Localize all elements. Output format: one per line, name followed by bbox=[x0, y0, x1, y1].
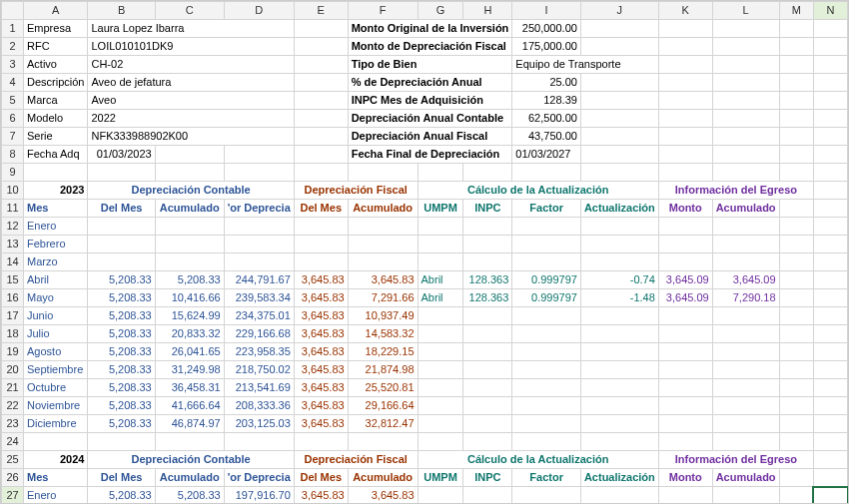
cell-C13[interactable] bbox=[155, 236, 224, 253]
cell-I15[interactable]: 0.999797 bbox=[512, 271, 581, 289]
cell-B14[interactable] bbox=[88, 253, 155, 271]
cell-F22[interactable]: 29,166.64 bbox=[348, 397, 418, 415]
cell-M14[interactable] bbox=[779, 253, 813, 271]
row-16[interactable]: 16Mayo5,208.3310,416.66239,583.343,645.8… bbox=[2, 289, 848, 307]
cell-D22[interactable]: 208,333.36 bbox=[224, 397, 294, 415]
cell-L27[interactable] bbox=[712, 487, 779, 505]
cell-I14[interactable] bbox=[512, 253, 581, 271]
cell-N20[interactable] bbox=[813, 361, 847, 379]
row-18[interactable]: 18Julio5,208.3320,833.32229,166.683,645.… bbox=[2, 325, 848, 343]
cell-E23[interactable]: 3,645.83 bbox=[294, 415, 348, 433]
cell-M15[interactable] bbox=[779, 271, 813, 289]
cell-N22[interactable] bbox=[813, 397, 847, 415]
cell-A1[interactable]: Empresa bbox=[24, 20, 88, 38]
cell-H23[interactable] bbox=[463, 415, 512, 433]
cell-N4[interactable] bbox=[813, 74, 847, 92]
cell-D20[interactable]: 218,750.02 bbox=[224, 361, 294, 379]
cell-I4[interactable]: 25.00 bbox=[512, 74, 581, 92]
cell-F18[interactable]: 14,583.32 bbox=[348, 325, 418, 343]
cell-I1[interactable]: 250,000.00 bbox=[512, 20, 581, 38]
cell-H13[interactable] bbox=[463, 236, 512, 253]
cell-F24[interactable] bbox=[348, 433, 418, 451]
col-header-K[interactable]: K bbox=[658, 2, 712, 20]
cell-E21[interactable]: 3,645.83 bbox=[294, 379, 348, 397]
cell-C20[interactable]: 31,249.98 bbox=[155, 361, 224, 379]
cell-F23[interactable]: 32,812.47 bbox=[348, 415, 418, 433]
cell-B5[interactable]: Aveo bbox=[88, 92, 294, 110]
cell-I20[interactable] bbox=[512, 361, 581, 379]
col-header-B[interactable]: B bbox=[88, 2, 155, 20]
cell-G24[interactable] bbox=[418, 433, 463, 451]
col-header-L[interactable]: L bbox=[712, 2, 779, 20]
cell-M27[interactable] bbox=[779, 487, 813, 505]
cell-K27[interactable] bbox=[658, 487, 712, 505]
cell-B1[interactable]: Laura Lopez Ibarra bbox=[88, 20, 294, 38]
cell-G27[interactable] bbox=[418, 487, 463, 505]
cell-L18[interactable] bbox=[712, 325, 779, 343]
cell-G22[interactable] bbox=[418, 397, 463, 415]
cell-D11[interactable]: 'or Deprecia bbox=[224, 200, 294, 218]
cell-K19[interactable] bbox=[658, 343, 712, 361]
cell-B16[interactable]: 5,208.33 bbox=[88, 289, 155, 307]
cell-K5[interactable] bbox=[658, 92, 712, 110]
cell-I17[interactable] bbox=[512, 307, 581, 325]
cell-C16[interactable]: 10,416.66 bbox=[155, 289, 224, 307]
cell-K12[interactable] bbox=[658, 218, 712, 236]
cell-C22[interactable]: 41,666.64 bbox=[155, 397, 224, 415]
cell-G25[interactable]: Cálculo de la Actualización bbox=[418, 451, 658, 469]
cell-B25[interactable]: Depreciación Contable bbox=[88, 451, 294, 469]
cell-M23[interactable] bbox=[779, 415, 813, 433]
cell-N12[interactable] bbox=[813, 218, 847, 236]
cell-I8[interactable]: 01/03/2027 bbox=[512, 146, 581, 164]
cell-B11[interactable]: Del Mes bbox=[88, 200, 155, 218]
row-2[interactable]: 2RFCLOIL010101DK9Monto de Depreciación F… bbox=[2, 38, 848, 56]
cell-J11[interactable]: Actualización bbox=[580, 200, 658, 218]
row-header-9[interactable]: 9 bbox=[2, 164, 24, 182]
cell-E24[interactable] bbox=[294, 433, 348, 451]
cell-L14[interactable] bbox=[712, 253, 779, 271]
row-22[interactable]: 22Noviembre5,208.3341,666.64208,333.363,… bbox=[2, 397, 848, 415]
cell-H21[interactable] bbox=[463, 379, 512, 397]
cell-J7[interactable] bbox=[580, 128, 658, 146]
cell-A17[interactable]: Junio bbox=[24, 307, 88, 325]
col-header-N[interactable]: N bbox=[813, 2, 847, 20]
row-5[interactable]: 5MarcaAveoINPC Mes de Adquisición128.39 bbox=[2, 92, 848, 110]
cell-D26[interactable]: 'or Deprecia bbox=[224, 469, 294, 487]
cell-C23[interactable]: 46,874.97 bbox=[155, 415, 224, 433]
cell-B18[interactable]: 5,208.33 bbox=[88, 325, 155, 343]
cell-E3[interactable] bbox=[294, 56, 348, 74]
cell-A15[interactable]: Abril bbox=[24, 271, 88, 289]
cell-K24[interactable] bbox=[658, 433, 712, 451]
cell-K10[interactable]: Información del Egreso bbox=[658, 182, 813, 200]
cell-A14[interactable]: Marzo bbox=[24, 253, 88, 271]
cell-D23[interactable]: 203,125.03 bbox=[224, 415, 294, 433]
cell-I11[interactable]: Factor bbox=[512, 200, 581, 218]
cell-K26[interactable]: Monto bbox=[658, 469, 712, 487]
row-header-8[interactable]: 8 bbox=[2, 146, 24, 164]
cell-G19[interactable] bbox=[418, 343, 463, 361]
cell-M4[interactable] bbox=[779, 74, 813, 92]
col-header-J[interactable]: J bbox=[580, 2, 658, 20]
cell-F5[interactable]: INPC Mes de Adquisición bbox=[348, 92, 512, 110]
row-header-5[interactable]: 5 bbox=[2, 92, 24, 110]
cell-H24[interactable] bbox=[463, 433, 512, 451]
cell-J9[interactable] bbox=[580, 164, 658, 182]
cell-M7[interactable] bbox=[779, 128, 813, 146]
row-header-22[interactable]: 22 bbox=[2, 397, 24, 415]
cell-K2[interactable] bbox=[658, 38, 712, 56]
cell-D8[interactable] bbox=[224, 146, 294, 164]
cell-L9[interactable] bbox=[712, 164, 779, 182]
cell-K9[interactable] bbox=[658, 164, 712, 182]
cell-E13[interactable] bbox=[294, 236, 348, 253]
row-23[interactable]: 23Diciembre5,208.3346,874.97203,125.033,… bbox=[2, 415, 848, 433]
row-9[interactable]: 9 bbox=[2, 164, 848, 182]
select-all-corner[interactable] bbox=[2, 2, 24, 20]
cell-L23[interactable] bbox=[712, 415, 779, 433]
cell-I7[interactable]: 43,750.00 bbox=[512, 128, 581, 146]
row-8[interactable]: 8Fecha Adq01/03/2023Fecha Final de Depre… bbox=[2, 146, 848, 164]
row-header-20[interactable]: 20 bbox=[2, 361, 24, 379]
cell-A8[interactable]: Fecha Adq bbox=[24, 146, 88, 164]
cell-C26[interactable]: Acumulado bbox=[155, 469, 224, 487]
cell-L12[interactable] bbox=[712, 218, 779, 236]
cell-L24[interactable] bbox=[712, 433, 779, 451]
